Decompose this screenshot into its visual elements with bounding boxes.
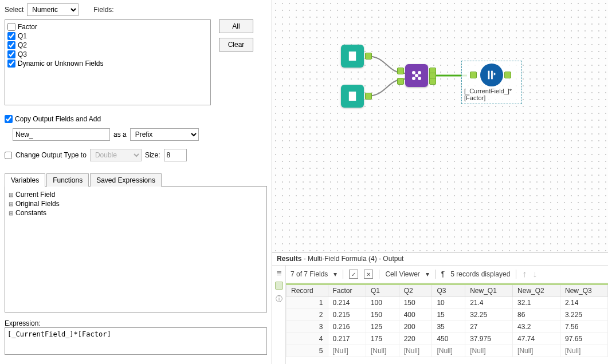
- table-cell[interactable]: 175: [366, 333, 399, 345]
- close-icon[interactable]: ✕: [364, 270, 373, 279]
- table-cell[interactable]: 32.1: [513, 297, 560, 309]
- table-cell[interactable]: [Null]: [513, 345, 560, 357]
- prefix-input[interactable]: [13, 128, 110, 141]
- select-type-dropdown[interactable]: Numeric: [27, 3, 79, 16]
- table-cell[interactable]: 15: [432, 309, 465, 321]
- tree-item[interactable]: Current Field: [9, 190, 263, 199]
- table-row[interactable]: 20.2151504001532.25863.225: [287, 309, 608, 321]
- output-anchor[interactable]: [504, 72, 511, 78]
- table-header[interactable]: New_Q3: [560, 284, 607, 297]
- table-cell[interactable]: 1: [287, 297, 328, 309]
- table-cell[interactable]: 200: [399, 321, 432, 333]
- table-cell[interactable]: 7.56: [560, 321, 607, 333]
- multi-field-formula-node[interactable]: [_CurrentField_]*[Factor]: [461, 61, 522, 104]
- results-table[interactable]: RecordFactorQ1Q2Q3New_Q1New_Q2New_Q3 10.…: [286, 283, 608, 357]
- change-type-checkbox[interactable]: [5, 152, 12, 159]
- table-cell[interactable]: [Null]: [560, 345, 607, 357]
- field-item[interactable]: Factor: [7, 22, 208, 31]
- table-cell[interactable]: 450: [432, 333, 465, 345]
- paragraph-icon[interactable]: ¶: [441, 270, 445, 278]
- table-header[interactable]: New_Q1: [465, 284, 513, 297]
- table-row[interactable]: 30.216125200352743.27.56: [287, 321, 608, 333]
- clear-button[interactable]: Clear: [219, 38, 253, 52]
- table-cell[interactable]: 2.14: [560, 297, 607, 309]
- table-cell[interactable]: 100: [366, 297, 399, 309]
- table-row[interactable]: 40.21717522045037.97547.7497.65: [287, 333, 608, 345]
- field-checkbox[interactable]: [7, 32, 15, 40]
- input-node-2[interactable]: [341, 85, 364, 108]
- table-cell[interactable]: [Null]: [465, 345, 513, 357]
- table-cell[interactable]: 150: [399, 297, 432, 309]
- table-cell[interactable]: 125: [366, 321, 399, 333]
- dropdown-icon[interactable]: ▾: [334, 270, 337, 278]
- table-cell[interactable]: 43.2: [513, 321, 560, 333]
- table-cell[interactable]: 5: [287, 345, 328, 357]
- table-cell[interactable]: 0.214: [328, 297, 366, 309]
- table-cell[interactable]: 3.225: [560, 309, 607, 321]
- table-cell[interactable]: 10: [432, 297, 465, 309]
- table-cell[interactable]: 97.65: [560, 333, 607, 345]
- table-cell[interactable]: [Null]: [366, 345, 399, 357]
- size-input[interactable]: [164, 149, 187, 161]
- check-icon[interactable]: ✓: [349, 270, 358, 279]
- table-header[interactable]: Q2: [399, 284, 432, 297]
- table-cell[interactable]: 37.975: [465, 333, 513, 345]
- table-header[interactable]: Record: [287, 284, 328, 297]
- output-anchor-icon[interactable]: [275, 282, 283, 290]
- output-anchor[interactable]: [365, 93, 372, 100]
- table-row[interactable]: 5[Null][Null][Null][Null][Null][Null][Nu…: [287, 345, 608, 357]
- table-cell[interactable]: 86: [513, 309, 560, 321]
- table-cell[interactable]: 0.215: [328, 309, 366, 321]
- field-checkbox[interactable]: [7, 60, 15, 68]
- table-header[interactable]: Factor: [328, 284, 366, 297]
- input-anchor-l[interactable]: [397, 68, 404, 74]
- dropdown-icon[interactable]: ▾: [426, 270, 429, 278]
- table-cell[interactable]: [Null]: [328, 345, 366, 357]
- output-anchor[interactable]: [365, 53, 372, 60]
- table-cell[interactable]: [Null]: [399, 345, 432, 357]
- list-view-icon[interactable]: ≣: [276, 269, 282, 277]
- tree-item[interactable]: Original Fields: [9, 199, 263, 208]
- table-cell[interactable]: 0.217: [328, 333, 366, 345]
- field-checkbox[interactable]: [7, 41, 15, 49]
- tab-functions[interactable]: Functions: [46, 173, 89, 187]
- table-cell[interactable]: 27: [465, 321, 513, 333]
- arrow-down-icon[interactable]: ↓: [532, 269, 537, 279]
- info-icon[interactable]: ⓘ: [276, 294, 283, 304]
- table-cell[interactable]: 150: [366, 309, 399, 321]
- input-anchor[interactable]: [470, 72, 477, 78]
- table-cell[interactable]: 3: [287, 321, 328, 333]
- tab-variables[interactable]: Variables: [5, 173, 45, 187]
- fields-listbox[interactable]: FactorQ1Q2Q3Dynamic or Unknown Fields: [5, 19, 211, 105]
- copy-output-checkbox[interactable]: [5, 115, 13, 123]
- field-checkbox[interactable]: [7, 23, 15, 31]
- all-button[interactable]: All: [219, 19, 253, 33]
- field-item[interactable]: Q2: [7, 41, 208, 50]
- join-node[interactable]: [405, 64, 428, 87]
- input-node-1[interactable]: [341, 45, 364, 68]
- table-cell[interactable]: 32.25: [465, 309, 513, 321]
- table-cell[interactable]: 0.216: [328, 321, 366, 333]
- table-cell[interactable]: 35: [432, 321, 465, 333]
- tree-item[interactable]: Constants: [9, 208, 263, 217]
- field-item[interactable]: Q3: [7, 50, 208, 59]
- table-header[interactable]: Q3: [432, 284, 465, 297]
- table-header[interactable]: New_Q2: [513, 284, 560, 297]
- table-cell[interactable]: [Null]: [432, 345, 465, 357]
- tab-saved-expressions[interactable]: Saved Expressions: [90, 173, 162, 187]
- table-cell[interactable]: 2: [287, 309, 328, 321]
- prefix-suffix-dropdown[interactable]: Prefix: [130, 128, 199, 141]
- fields-summary[interactable]: 7 of 7 Fields: [291, 270, 328, 278]
- table-cell[interactable]: 400: [399, 309, 432, 321]
- field-item[interactable]: Dynamic or Unknown Fields: [7, 59, 208, 68]
- workflow-canvas[interactable]: [_CurrentField_]*[Factor]: [272, 0, 608, 252]
- table-header[interactable]: Q1: [366, 284, 399, 297]
- input-anchor-r[interactable]: [397, 78, 404, 85]
- output-anchor-r[interactable]: [429, 78, 436, 85]
- table-cell[interactable]: 4: [287, 333, 328, 345]
- field-checkbox[interactable]: [7, 50, 15, 58]
- table-cell[interactable]: 47.74: [513, 333, 560, 345]
- table-cell[interactable]: 21.4: [465, 297, 513, 309]
- expression-editor[interactable]: [_CurrentField_]*[Factor]: [5, 327, 267, 355]
- field-item[interactable]: Q1: [7, 31, 208, 41]
